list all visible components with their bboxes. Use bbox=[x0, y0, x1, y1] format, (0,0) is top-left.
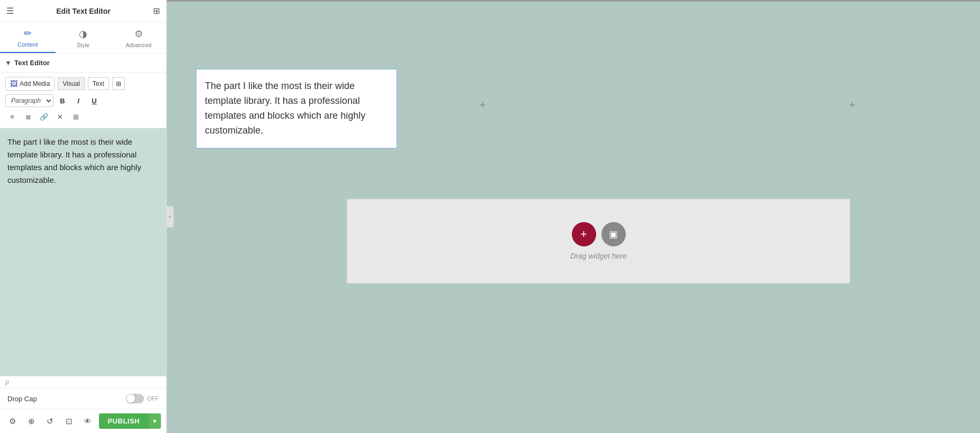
editor-toolbar: 🖼 Add Media Visual Text ⊞ Paragraph B I … bbox=[0, 73, 166, 128]
collapse-handle[interactable]: ‹ bbox=[166, 206, 174, 227]
toolbar-row2: Paragraph B I U bbox=[5, 94, 161, 108]
drag-widget-label: Drag widget here bbox=[570, 252, 627, 260]
main-canvas: The part I like the most is their wide t… bbox=[167, 0, 980, 433]
tab-advanced[interactable]: ⚙ Advanced bbox=[111, 22, 166, 53]
grid-icon[interactable]: ⊞ bbox=[153, 6, 160, 16]
sidebar-header: ☰ Edit Text Editor ⊞ bbox=[0, 0, 166, 22]
settings-icon-button[interactable]: ⚙ bbox=[5, 414, 20, 429]
tabs-bar: ✏ Content ◑ Style ⚙ Advanced bbox=[0, 22, 166, 54]
more-options-button[interactable]: ⊞ bbox=[112, 77, 125, 90]
content-tab-label: Content bbox=[17, 41, 38, 48]
toolbar-row1: 🖼 Add Media Visual Text ⊞ bbox=[5, 77, 161, 91]
format-select[interactable]: Paragraph bbox=[5, 94, 53, 107]
style-tab-icon: ◑ bbox=[79, 28, 87, 40]
add-widget-right-button[interactable]: + bbox=[849, 98, 856, 112]
section-arrow-icon[interactable]: ▾ bbox=[6, 59, 10, 67]
toggle-thumb bbox=[127, 394, 135, 403]
media-icon: 🖼 bbox=[10, 79, 17, 88]
tab-style[interactable]: ◑ Style bbox=[56, 22, 111, 53]
visual-button[interactable]: Visual bbox=[58, 77, 84, 90]
layers-icon-button[interactable]: ⊕ bbox=[24, 414, 38, 429]
bottom-bar: ⚙ ⊕ ↺ ⊡ 👁 PUBLISH ▾ bbox=[0, 409, 166, 433]
section-label: Text Editor bbox=[14, 59, 50, 67]
toggle-off-label: OFF bbox=[147, 395, 159, 402]
advanced-tab-icon: ⚙ bbox=[134, 28, 143, 40]
link-button[interactable]: 🔗 bbox=[37, 110, 51, 123]
advanced-tab-label: Advanced bbox=[125, 42, 151, 48]
responsive-icon-button[interactable]: ⊡ bbox=[61, 414, 76, 429]
add-media-button[interactable]: 🖼 Add Media bbox=[5, 77, 55, 91]
style-tab-label: Style bbox=[77, 42, 89, 48]
text-button[interactable]: Text bbox=[88, 77, 109, 90]
add-media-label: Add Media bbox=[20, 80, 50, 87]
sidebar-title: Edit Text Editor bbox=[56, 7, 110, 15]
underline-button[interactable]: U bbox=[87, 94, 101, 108]
unordered-list-button[interactable]: ≡ bbox=[5, 110, 19, 123]
editor-text[interactable]: The part I like the most is their wide t… bbox=[7, 136, 159, 187]
drop-cap-label: Drop Cap bbox=[7, 395, 37, 403]
ordered-list-button[interactable]: ≣ bbox=[21, 110, 35, 123]
bold-button[interactable]: B bbox=[56, 94, 69, 108]
table-button[interactable]: ⊞ bbox=[69, 110, 83, 123]
content-tab-icon: ✏ bbox=[24, 28, 32, 39]
italic-button[interactable]: I bbox=[71, 94, 85, 108]
top-divider-line bbox=[167, 0, 980, 2]
hamburger-icon[interactable]: ☰ bbox=[6, 6, 14, 16]
editor-content-area[interactable]: The part I like the most is their wide t… bbox=[0, 128, 166, 376]
tab-content[interactable]: ✏ Content bbox=[0, 22, 56, 53]
toolbar-row3: ≡ ≣ 🔗 ✕ ⊞ bbox=[5, 110, 161, 126]
publish-group: PUBLISH ▾ bbox=[99, 413, 161, 429]
drop-cap-row: Drop Cap OFF bbox=[0, 388, 166, 409]
remove-format-button[interactable]: ✕ bbox=[53, 110, 67, 123]
drop-cap-toggle[interactable] bbox=[126, 394, 144, 403]
publish-arrow-button[interactable]: ▾ bbox=[148, 413, 161, 429]
drag-widget-area: + ▣ Drag widget here bbox=[347, 199, 850, 284]
paragraph-indicator: p bbox=[0, 376, 166, 388]
add-widget-left-button[interactable]: + bbox=[479, 98, 486, 112]
drop-cap-toggle-container: OFF bbox=[126, 394, 159, 403]
history-icon-button[interactable]: ↺ bbox=[43, 414, 57, 429]
drag-widget-button[interactable]: ▣ bbox=[601, 222, 626, 246]
section-heading: ▾ Text Editor bbox=[0, 54, 166, 73]
sidebar: ☰ Edit Text Editor ⊞ ✏ Content ◑ Style ⚙… bbox=[0, 0, 167, 433]
publish-button[interactable]: PUBLISH bbox=[99, 413, 148, 429]
drag-widget-buttons: + ▣ bbox=[572, 222, 626, 246]
text-widget-content: The part I like the most is their wide t… bbox=[205, 81, 365, 136]
drag-add-button[interactable]: + bbox=[572, 222, 596, 246]
text-widget[interactable]: The part I like the most is their wide t… bbox=[196, 69, 397, 148]
eye-icon-button[interactable]: 👁 bbox=[80, 414, 95, 429]
